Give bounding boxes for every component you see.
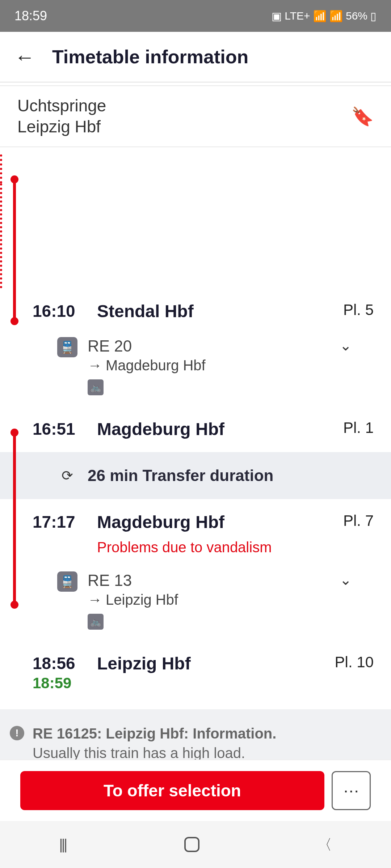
route-summary: Uchtspringe Leipzig Hbf 🔖: [0, 85, 391, 147]
stop-row-depart: 17:17 Magdeburg Hbf Problems due to vand…: [0, 499, 391, 569]
timeline-solid: [13, 179, 16, 320]
nav-back-button[interactable]: 〈: [318, 835, 332, 855]
signal-icon: 📶 📶: [313, 10, 343, 22]
info-icon: !: [10, 726, 24, 740]
timeline-solid: [13, 432, 16, 602]
bike-icon: 🚲: [88, 614, 104, 630]
page-title: Timetable information: [52, 46, 248, 68]
train-direction: Leipzig Hbf: [88, 592, 329, 608]
arrive-station: Leipzig Hbf: [97, 654, 313, 673]
journey-timeline: 16:10 Stendal Hbf Pl. 5 🚆 RE 20 Magdebur…: [0, 147, 391, 705]
arrive-time: 16:51: [33, 419, 87, 439]
route-stations: Uchtspringe Leipzig Hbf: [17, 95, 106, 137]
depart-time: 16:10: [33, 301, 87, 321]
arrive-station: Magdeburg Hbf: [97, 419, 313, 439]
timeline-dotted: [0, 154, 2, 183]
status-time: 18:59: [14, 8, 47, 24]
route-to: Leipzig Hbf: [17, 116, 106, 137]
timeline-dot: [10, 317, 18, 325]
stop-row-arrive: 18:56 18:59 Leipzig Hbf Pl. 10: [0, 641, 391, 705]
android-nav-bar: ||| 〈: [0, 821, 391, 868]
info-load: Usually this train has a high load.: [33, 745, 245, 761]
depart-platform: Pl. 7: [323, 512, 374, 529]
transfer-icon: ⟳: [57, 468, 77, 484]
network-type: LTE+: [285, 10, 310, 22]
depart-station: Magdeburg Hbf: [97, 512, 313, 532]
arrive-platform: Pl. 1: [323, 419, 374, 437]
more-options-button[interactable]: ⋯: [332, 771, 371, 810]
status-indicators: ▣ LTE+ 📶 📶 56% ▯: [272, 10, 377, 22]
transfer-duration: 26 min Transfer duration: [88, 467, 273, 485]
train-icon: 🚆: [57, 337, 77, 357]
disruption-warning: Problems due to vandalism: [97, 539, 313, 556]
nav-home-button[interactable]: [184, 837, 199, 852]
depart-time: 17:17: [33, 512, 87, 532]
bookmark-icon[interactable]: 🔖: [351, 106, 374, 127]
android-status-bar: 18:59 ▣ LTE+ 📶 📶 56% ▯: [0, 0, 391, 32]
bike-icon: 🚲: [88, 379, 104, 395]
offer-selection-button[interactable]: To offer selection: [20, 771, 324, 810]
timeline-dot: [10, 601, 18, 609]
route-from: Uchtspringe: [17, 95, 106, 116]
info-headline: RE 16125: Leipzig Hbf: Information.: [33, 726, 276, 741]
nav-recent-button[interactable]: |||: [59, 837, 66, 853]
back-button[interactable]: ←: [14, 45, 35, 69]
train-icon: 🚆: [57, 571, 77, 592]
train-segment[interactable]: 🚆 RE 13 Leipzig Hbf 🚲 ⌄: [0, 569, 391, 641]
train-segment[interactable]: 🚆 RE 20 Magdeburg Hbf 🚲 ⌄: [0, 334, 391, 406]
chevron-down-icon[interactable]: ⌄: [340, 337, 374, 354]
arrive-actual-time: 18:59: [33, 675, 87, 692]
train-name: RE 13: [88, 571, 329, 590]
app-header: ← Timetable information: [0, 32, 391, 82]
action-bar: To offer selection ⋯: [0, 760, 391, 821]
stop-row-arrive: 16:51 Magdeburg Hbf Pl. 1: [0, 406, 391, 452]
battery-percent: 56%: [346, 10, 367, 22]
train-name: RE 20: [88, 337, 329, 355]
battery-icon: ▯: [370, 10, 377, 22]
depart-station: Stendal Hbf: [97, 301, 313, 321]
stop-row-depart: 16:10 Stendal Hbf Pl. 5: [0, 288, 391, 334]
chevron-down-icon[interactable]: ⌄: [340, 571, 374, 588]
depart-platform: Pl. 5: [323, 301, 374, 319]
timeline-dotted: [0, 183, 2, 288]
transfer-banner: ⟳ 26 min Transfer duration: [0, 452, 391, 499]
battery-saver-icon: ▣: [272, 10, 282, 22]
arrive-time: 18:56: [33, 654, 87, 673]
arrive-platform: Pl. 10: [323, 654, 374, 671]
train-direction: Magdeburg Hbf: [88, 357, 329, 374]
